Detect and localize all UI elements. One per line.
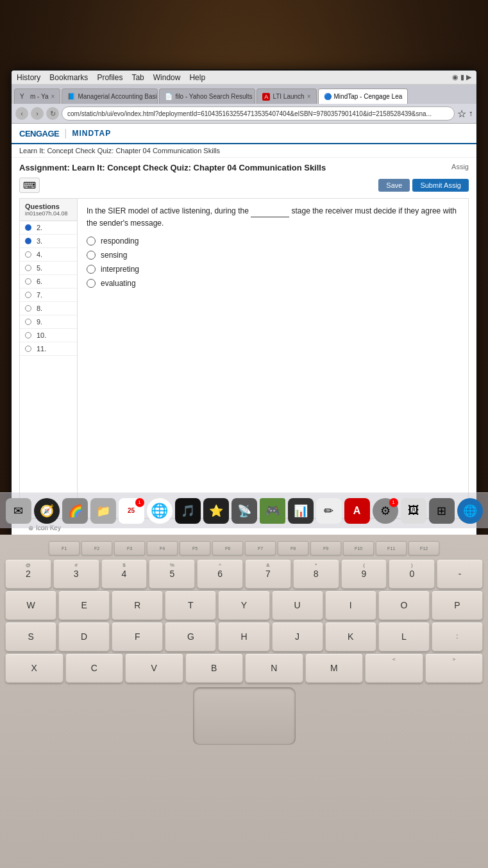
question-nav-item-8[interactable]: 8. [20, 302, 77, 315]
dock-item-photos[interactable]: 🖼 [401, 498, 426, 524]
menu-tab[interactable]: Tab [131, 73, 144, 82]
key-p[interactable]: P [432, 590, 483, 620]
key-2[interactable]: @2 [5, 559, 51, 588]
key-f[interactable]: F [112, 622, 163, 651]
dock-item-calendar[interactable]: 25 1 [119, 498, 144, 524]
key-3[interactable]: #3 [53, 559, 99, 588]
key-y[interactable]: Y [218, 590, 269, 620]
fn-key-f1[interactable]: F1 [49, 541, 80, 555]
key-i[interactable]: I [325, 590, 376, 620]
tab-close[interactable]: × [51, 93, 55, 100]
radio-option-sensing[interactable]: sensing [87, 251, 459, 260]
key-gt[interactable]: > [425, 653, 484, 683]
forward-button[interactable]: › [31, 107, 44, 120]
key-d[interactable]: D [58, 622, 110, 651]
question-nav-item-9[interactable]: 9. [20, 315, 77, 329]
bookmark-icon[interactable]: ☆ [457, 108, 466, 120]
key-x[interactable]: X [5, 653, 63, 683]
question-nav-item-5[interactable]: 5. [20, 262, 77, 275]
share-icon[interactable]: ↑ [469, 109, 473, 118]
key-v[interactable]: V [125, 653, 183, 683]
dock-item-minecraft[interactable]: 🎮 [260, 498, 285, 524]
key-n[interactable]: N [245, 653, 303, 683]
key-u[interactable]: U [272, 590, 323, 620]
question-nav-item-3[interactable]: 3. [20, 235, 77, 248]
key-c[interactable]: C [65, 653, 124, 683]
dock-item-squares[interactable]: ⊞ [429, 498, 455, 524]
save-button[interactable]: Save [378, 179, 410, 192]
question-nav-item-11[interactable]: 11. [20, 342, 77, 356]
key-lt[interactable]: < [365, 653, 423, 683]
key-8[interactable]: *8 [293, 559, 339, 588]
menu-window[interactable]: Window [153, 73, 181, 82]
dock-item-browser[interactable]: 🌐 [457, 498, 483, 524]
dock-item-finder[interactable]: 📁 [90, 498, 116, 524]
radio-option-responding[interactable]: responding [87, 237, 459, 246]
key-h[interactable]: H [218, 622, 269, 651]
tab-yahoo[interactable]: Y m - Ya × [14, 88, 60, 104]
menu-help[interactable]: Help [189, 73, 205, 82]
fn-key-f7[interactable]: F7 [245, 541, 276, 555]
submit-button[interactable]: Submit Assig [412, 179, 469, 192]
fn-key-f11[interactable]: F11 [376, 541, 407, 555]
radio-option-interpreting[interactable]: interpreting [87, 265, 459, 274]
key-7[interactable]: &7 [245, 559, 291, 588]
key-s[interactable]: S [5, 622, 56, 651]
menu-history[interactable]: History [17, 73, 40, 82]
dock-item-settings[interactable]: ⚙ 1 [373, 498, 398, 524]
refresh-button[interactable]: ↻ [46, 107, 59, 120]
key-semicolon[interactable]: : [432, 622, 483, 651]
question-nav-item-6[interactable]: 6. [20, 275, 77, 288]
fn-key-f8[interactable]: F8 [278, 541, 308, 555]
tab-lti[interactable]: A LTI Launch × [257, 88, 316, 104]
tab-filo[interactable]: 📄 filo - Yahoo Search Results × [159, 88, 255, 104]
fn-key-f3[interactable]: F3 [114, 541, 145, 555]
key-5[interactable]: %5 [149, 559, 195, 588]
key-e[interactable]: E [58, 590, 110, 620]
key-9[interactable]: (9 [341, 559, 387, 588]
question-nav-item-10[interactable]: 10. [20, 329, 77, 342]
menu-bookmarks[interactable]: Bookmarks [49, 73, 88, 82]
tab-managerial[interactable]: 📘 Managerial Accounting Basic × [62, 88, 158, 104]
fn-key-f12[interactable]: F12 [408, 541, 439, 555]
key-4[interactable]: $4 [101, 559, 147, 588]
radio-option-evaluating[interactable]: evaluating [87, 279, 459, 288]
dock-item-chart[interactable]: 📊 [288, 498, 314, 524]
fn-key-f5[interactable]: F5 [180, 541, 210, 555]
key-b[interactable]: B [185, 653, 244, 683]
fn-key-f6[interactable]: F6 [212, 541, 243, 555]
question-nav-item-4[interactable]: 4. [20, 248, 77, 262]
keyboard-icon-button[interactable]: ⌨ [19, 178, 40, 193]
dock-item-pen[interactable]: ✏ [316, 498, 342, 524]
trackpad[interactable] [193, 687, 296, 745]
menu-profiles[interactable]: Profiles [97, 73, 122, 82]
dock-item-launchpad[interactable]: 🌈 [62, 498, 88, 524]
key-r[interactable]: R [112, 590, 163, 620]
key-w[interactable]: W [5, 590, 56, 620]
key-minus[interactable]: - [437, 559, 483, 588]
dock-item-chrome[interactable]: 🌐 [147, 498, 172, 524]
dock-item-signal[interactable]: 📡 [231, 498, 257, 524]
key-0[interactable]: )0 [389, 559, 435, 588]
dock-item-music[interactable]: 🎵 [175, 498, 201, 524]
dock-item-fontbook[interactable]: A [344, 498, 370, 524]
dock-item-mail[interactable]: ✉ [6, 498, 31, 524]
key-6[interactable]: ^6 [197, 559, 243, 588]
key-j[interactable]: J [272, 622, 323, 651]
key-o[interactable]: O [378, 590, 430, 620]
fn-key-f9[interactable]: F9 [310, 541, 341, 555]
key-t[interactable]: T [165, 590, 216, 620]
question-nav-item-2[interactable]: 2. [20, 221, 77, 235]
fn-key-f10[interactable]: F10 [343, 541, 374, 555]
key-k[interactable]: K [325, 622, 376, 651]
dock-item-star[interactable]: ⭐ [203, 498, 229, 524]
back-button[interactable]: ‹ [15, 107, 28, 120]
fn-key-f2[interactable]: F2 [81, 541, 112, 555]
key-l[interactable]: L [378, 622, 430, 651]
tab-close-filo[interactable]: × [255, 93, 256, 100]
key-g[interactable]: G [165, 622, 216, 651]
dock-item-compass[interactable]: 🧭 [34, 498, 60, 524]
question-nav-item-7[interactable]: 7. [20, 288, 77, 302]
tab-mindtap[interactable]: 🔵 MindTap - Cengage Lea [318, 88, 408, 104]
fn-key-f4[interactable]: F4 [147, 541, 178, 555]
